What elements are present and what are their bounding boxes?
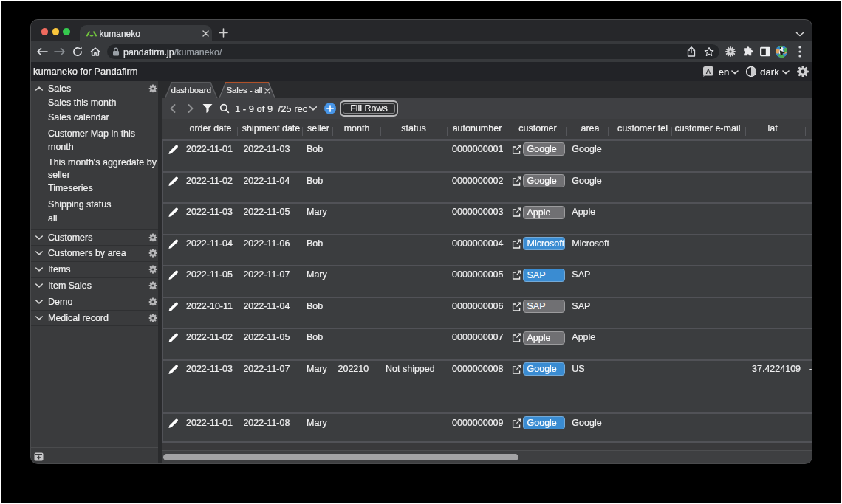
svg-text:A: A (706, 67, 711, 75)
